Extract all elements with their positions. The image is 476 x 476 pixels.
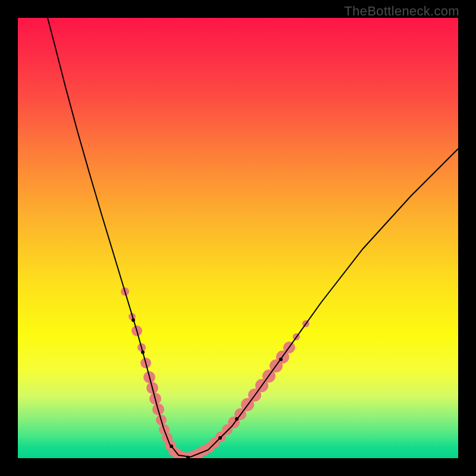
black-dots-point — [235, 417, 239, 421]
black-dots-point — [218, 436, 222, 440]
chart-frame: TheBottleneck.com — [0, 0, 476, 476]
salmon-markers — [121, 287, 309, 458]
plot-area — [18, 18, 458, 458]
black-dots-point — [131, 318, 135, 322]
watermark-text: TheBottleneck.com — [345, 4, 459, 19]
black-dots-point — [141, 350, 145, 354]
black-dots-point — [279, 358, 283, 361]
chart-svg — [18, 18, 458, 458]
black-dots-point — [170, 444, 173, 448]
